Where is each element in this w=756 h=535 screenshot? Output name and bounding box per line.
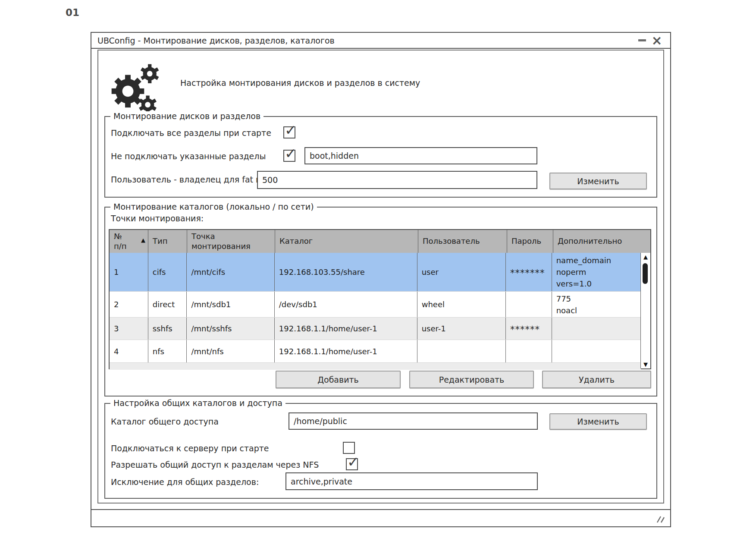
sort-asc-icon: ▲ bbox=[141, 237, 145, 244]
cell-password bbox=[506, 292, 552, 317]
cell-extra bbox=[552, 318, 641, 340]
window-content: Настройка монтирования дисков и разделов… bbox=[97, 50, 664, 504]
cell-mount-point: /mnt/cifs bbox=[187, 253, 274, 291]
group-shared-access-legend: Настройка общих каталогов и доступа bbox=[110, 398, 285, 408]
app-subtitle: Настройка монтирования дисков и разделов… bbox=[180, 78, 420, 88]
table-empty-row bbox=[110, 363, 641, 370]
mount-all-label: Подключать все разделы при старте bbox=[111, 128, 271, 138]
fat-ntfs-owner-label: Пользователь - владелец для fat ntfs bbox=[111, 175, 271, 184]
delete-button[interactable]: Удалить bbox=[542, 371, 651, 388]
cell-catalog: /dev/sdb1 bbox=[275, 292, 417, 317]
table-row[interactable]: 2 direct /mnt/sdb1 /dev/sdb1 wheel 775 n… bbox=[110, 292, 641, 318]
connect-on-start-label: Подключаться к серверу при старте bbox=[111, 444, 269, 453]
app-window: UBConfig - Монтирование дисков, разделов… bbox=[91, 32, 671, 527]
column-header-number[interactable]: № п/п ▲ bbox=[110, 230, 148, 253]
cell-number: 1 bbox=[110, 253, 148, 291]
column-header-catalog[interactable]: Каталог bbox=[275, 230, 418, 253]
share-exclusions-input[interactable] bbox=[285, 472, 538, 490]
column-header-extra[interactable]: Дополнительно bbox=[553, 230, 650, 253]
cell-user: user bbox=[417, 253, 506, 291]
mount-points-label: Точки монтирования: bbox=[111, 214, 204, 223]
cell-mount-point: /mnt/sdb1 bbox=[187, 292, 274, 317]
cell-catalog: 192.168.1.1/home/user-1 bbox=[275, 340, 417, 362]
share-exclusions-label: Исключение для общих разделов: bbox=[111, 477, 259, 487]
cell-password: ******* bbox=[506, 253, 552, 291]
group-disk-mounting: Монтирование дисков и разделов Подключат… bbox=[104, 116, 657, 198]
cell-type: cifs bbox=[148, 253, 187, 291]
column-header-password[interactable]: Пароль bbox=[507, 230, 553, 253]
screenshot-canvas: { "page": { "label": "01" }, "window": {… bbox=[0, 0, 756, 535]
page-number-label: 01 bbox=[66, 7, 79, 18]
cell-number: 4 bbox=[110, 340, 148, 362]
add-button[interactable]: Добавить bbox=[276, 371, 401, 388]
exclude-partitions-checkbox[interactable] bbox=[283, 150, 295, 162]
column-header-mount-point[interactable]: Точка монтирования bbox=[187, 230, 275, 253]
table-header-row: № п/п ▲ Тип Точка монтирования Каталог П… bbox=[110, 230, 650, 253]
exclude-partitions-input[interactable] bbox=[304, 147, 537, 164]
table-body: 1 cifs /mnt/cifs 192.168.103.55/share us… bbox=[110, 253, 641, 368]
gears-icon bbox=[110, 63, 161, 113]
column-header-type[interactable]: Тип bbox=[148, 230, 187, 253]
cell-extra: name_domain noperm vers=1.0 bbox=[552, 253, 641, 291]
cell-catalog: 192.168.103.55/share bbox=[275, 253, 417, 291]
cell-type: nfs bbox=[148, 340, 187, 362]
mount-all-checkbox[interactable] bbox=[283, 126, 295, 138]
group-directory-mounting: Монтирование каталогов (локально / по се… bbox=[104, 207, 657, 397]
allow-nfs-label: Разрешать общий доступ к разделам через … bbox=[111, 460, 319, 469]
mount-points-table: № п/п ▲ Тип Точка монтирования Каталог П… bbox=[109, 229, 651, 369]
status-bar bbox=[91, 509, 670, 526]
cell-type: direct bbox=[148, 292, 187, 317]
resize-grip-icon[interactable] bbox=[653, 515, 665, 523]
group-directory-mounting-legend: Монтирование каталогов (локально / по се… bbox=[110, 202, 317, 211]
cell-number: 3 bbox=[110, 318, 148, 340]
cell-type: sshfs bbox=[148, 318, 187, 340]
table-row[interactable]: 3 sshfs /mnt/sshfs 192.168.1.1/home/user… bbox=[110, 318, 641, 340]
cell-extra: 775 noacl bbox=[552, 292, 641, 317]
window-titlebar: UBConfig - Монтирование дисков, разделов… bbox=[91, 33, 670, 49]
group-disk-mounting-legend: Монтирование дисков и разделов bbox=[110, 111, 264, 121]
close-button[interactable]: × bbox=[649, 34, 664, 47]
change-share-dir-button[interactable]: Изменить bbox=[549, 413, 647, 430]
minimize-button[interactable] bbox=[635, 35, 649, 47]
cell-mount-point: /mnt/sshfs bbox=[187, 318, 274, 340]
exclude-partitions-label: Не подключать указанные разделы bbox=[111, 151, 266, 161]
cell-password: ****** bbox=[506, 318, 552, 340]
scroll-down-icon[interactable]: ▼ bbox=[641, 362, 650, 367]
cell-mount-point: /mnt/nfs bbox=[187, 340, 274, 362]
connect-on-start-checkbox[interactable] bbox=[343, 442, 355, 454]
cell-user bbox=[417, 340, 506, 362]
share-dir-input[interactable] bbox=[289, 412, 538, 430]
cell-extra bbox=[552, 340, 641, 362]
cell-user: wheel bbox=[417, 292, 506, 317]
cell-password bbox=[506, 340, 552, 362]
scrollbar-thumb[interactable] bbox=[643, 263, 648, 284]
table-row[interactable]: 4 nfs /mnt/nfs 192.168.1.1/home/user-1 bbox=[110, 340, 641, 363]
table-row[interactable]: 1 cifs /mnt/cifs 192.168.103.55/share us… bbox=[110, 253, 641, 292]
cell-number: 2 bbox=[110, 292, 148, 317]
cell-catalog: 192.168.1.1/home/user-1 bbox=[275, 318, 417, 340]
scroll-up-icon[interactable]: ▲ bbox=[641, 254, 650, 260]
cell-user: user-1 bbox=[417, 318, 506, 340]
edit-button[interactable]: Редактировать bbox=[409, 371, 534, 388]
window-title: UBConfig - Монтирование дисков, разделов… bbox=[97, 36, 635, 45]
column-header-user[interactable]: Пользователь bbox=[418, 230, 507, 253]
group-shared-access: Настройка общих каталогов и доступа Ката… bbox=[104, 403, 657, 499]
vertical-scrollbar[interactable]: ▲ ▼ bbox=[640, 253, 650, 368]
change-owner-button[interactable]: Изменить bbox=[549, 173, 647, 189]
column-header-number-text: № п/п bbox=[114, 232, 127, 251]
share-dir-label: Каталог общего доступа bbox=[111, 417, 219, 426]
fat-ntfs-owner-input[interactable] bbox=[257, 171, 537, 189]
minimize-icon bbox=[638, 39, 646, 41]
allow-nfs-checkbox[interactable] bbox=[346, 458, 358, 470]
